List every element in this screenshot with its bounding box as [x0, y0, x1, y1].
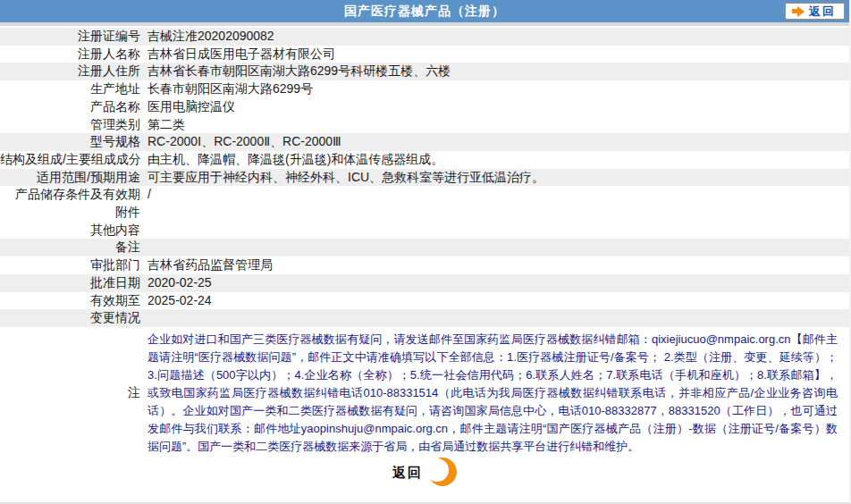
table-row-remarks: 备注	[0, 239, 849, 256]
header-bar: 国产医疗器械产品（注册） 返回	[0, 0, 849, 22]
back-button-bottom[interactable]: 返回	[392, 458, 457, 488]
row-value: 由主机、降温帽、降温毯(升温毯)和体温传感器组成。	[147, 151, 849, 169]
row-label: 有效期至	[0, 292, 147, 310]
table-row-registrant-address: 注册人住所 吉林省长春市朝阳区南湖大路6299号科研楼五楼、六楼	[0, 63, 849, 80]
table-row-intended-use: 适用范围/预期用途 可主要应用于神经内科、神经外科、ICU、急救科室等进行亚低温…	[0, 169, 849, 187]
row-value: 可主要应用于神经内科、神经外科、ICU、急救科室等进行亚低温治疗。	[147, 169, 849, 187]
row-value: RC-2000Ⅰ、RC-2000Ⅱ、RC-2000Ⅲ	[147, 133, 849, 151]
table-row-structure-composition: 结构及组成/主要组成成分 由主机、降温帽、降温毯(升温毯)和体温传感器组成。	[0, 151, 849, 169]
table-row-change-status: 变更情况	[0, 309, 849, 327]
table-row-registration-number: 注册证编号 吉械注准20202090082	[0, 28, 849, 46]
row-label: 适用范围/预期用途	[0, 169, 147, 187]
row-value: /	[147, 186, 849, 204]
back-button-label: 返回	[392, 465, 423, 482]
table-row-approval-date: 批准日期 2020-02-25	[0, 274, 849, 292]
note-label: 注	[0, 385, 147, 401]
page-title: 国产医疗器械产品（注册）	[0, 4, 849, 20]
row-value	[147, 204, 849, 222]
row-label: 附件	[0, 204, 147, 222]
table-row-registrant-name: 注册人名称 吉林省日成医用电子器材有限公司	[0, 46, 849, 63]
row-label: 产品储存条件及有效期	[0, 186, 147, 204]
row-value: 医用电脑控温仪	[147, 98, 849, 116]
row-label: 产品名称	[0, 98, 147, 116]
row-label: 批准日期	[0, 274, 147, 292]
row-value: 第二类	[147, 116, 849, 134]
table-row-management-category: 管理类别 第二类	[0, 116, 849, 134]
detail-table: 注册证编号 吉械注准20202090082 注册人名称 吉林省日成医用电子器材有…	[0, 26, 849, 458]
row-value	[147, 222, 849, 239]
row-label: 型号规格	[0, 133, 147, 151]
right-arrow-icon-head	[797, 6, 805, 17]
row-value: 长春市朝阳区南湖大路6299号	[147, 80, 849, 98]
back-button-top[interactable]: 返回	[784, 2, 846, 21]
row-label: 变更情况	[0, 309, 147, 327]
row-label: 注册人名称	[0, 46, 147, 63]
row-label: 注册人住所	[0, 63, 147, 80]
page: 国产医疗器械产品（注册） 返回 注册证编号 吉械注准20202090082 注册…	[0, 0, 851, 504]
row-value: 吉械注准20202090082	[147, 28, 849, 46]
back-button-label: 返回	[809, 4, 836, 20]
row-label: 审批部门	[0, 256, 147, 274]
row-value: 2020-02-25	[147, 274, 849, 292]
footer: 返回	[0, 458, 849, 490]
row-label: 结构及组成/主要组成成分	[0, 151, 147, 169]
crescent-icon-inner	[426, 458, 449, 482]
row-value: 2025-02-24	[147, 292, 849, 310]
row-value: 吉林省日成医用电子器材有限公司	[147, 46, 849, 63]
table-row-other-content: 其他内容	[0, 222, 849, 239]
note-row: 注 企业如对进口和国产三类医疗器械数据有疑问，请发送邮件至国家药监局医疗器械数据…	[0, 327, 849, 458]
note-text: 企业如对进口和国产三类医疗器械数据有疑问，请发送邮件至国家药监局医疗器械数据纠错…	[147, 331, 838, 456]
table-row-production-address: 生产地址 长春市朝阳区南湖大路6299号	[0, 80, 849, 98]
row-label: 备注	[0, 239, 147, 256]
table-row-model-spec: 型号规格 RC-2000Ⅰ、RC-2000Ⅱ、RC-2000Ⅲ	[0, 133, 849, 151]
row-label: 注册证编号	[0, 28, 147, 46]
row-value: 吉林省长春市朝阳区南湖大路6299号科研楼五楼、六楼	[147, 63, 849, 80]
table-row-storage-conditions: 产品储存条件及有效期 /	[0, 186, 849, 204]
table-row-attachments: 附件	[0, 204, 849, 222]
row-label: 生产地址	[0, 80, 147, 98]
row-value: 吉林省药品监督管理局	[147, 256, 849, 274]
table-row-valid-until: 有效期至 2025-02-24	[0, 292, 849, 310]
table-row-approval-department: 审批部门 吉林省药品监督管理局	[0, 256, 849, 274]
row-label: 管理类别	[0, 116, 147, 134]
row-value	[147, 309, 849, 327]
right-arrow-icon	[792, 6, 805, 17]
row-label: 其他内容	[0, 222, 147, 239]
row-value	[147, 239, 849, 256]
table-row-product-name: 产品名称 医用电脑控温仪	[0, 98, 849, 116]
